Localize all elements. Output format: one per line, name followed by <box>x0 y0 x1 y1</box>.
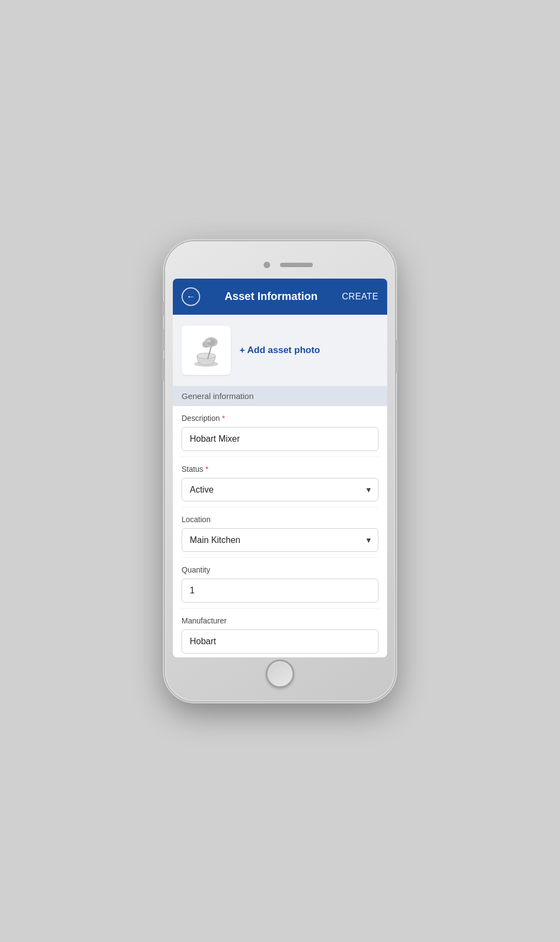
status-required-star: * <box>206 465 208 473</box>
location-select[interactable]: Main Kitchen Storage Back Kitchen <box>182 528 378 552</box>
page-title: Asset Information <box>200 290 342 303</box>
quantity-input[interactable] <box>182 579 378 603</box>
camera-icon <box>264 262 270 268</box>
general-info-section-header: General information <box>173 386 387 406</box>
svg-point-5 <box>197 353 215 359</box>
location-select-wrapper: Main Kitchen Storage Back Kitchen ▾ <box>182 528 378 552</box>
silent-button <box>162 302 165 315</box>
status-field: Status * Active Inactive Pending ▾ <box>182 457 378 507</box>
power-button <box>395 340 398 373</box>
description-required-star: * <box>222 414 225 423</box>
description-field: Description * <box>182 406 378 457</box>
quantity-field: Quantity <box>182 558 378 609</box>
create-button[interactable]: CREATE <box>342 292 378 302</box>
location-field: Location Main Kitchen Storage Back Kitch… <box>182 507 378 558</box>
asset-photo-box[interactable] <box>182 326 231 375</box>
manufacturer-input[interactable] <box>182 629 378 654</box>
location-label: Location <box>182 515 378 524</box>
form-section: Description * Status * Active Inactive <box>173 406 387 657</box>
home-button[interactable] <box>266 660 294 688</box>
manufacturer-label: Manufacturer <box>182 616 378 625</box>
manufacturer-field: Manufacturer <box>182 609 378 657</box>
content-area: + Add asset photo General information De… <box>173 315 387 657</box>
volume-up-button <box>162 329 165 351</box>
phone-frame: ← Asset Information CREATE <box>165 241 395 701</box>
phone-top <box>173 251 387 279</box>
speaker-icon <box>280 263 313 267</box>
quantity-label: Quantity <box>182 565 378 574</box>
phone-screen: ← Asset Information CREATE <box>173 279 387 657</box>
volume-down-button <box>162 359 165 381</box>
back-button[interactable]: ← <box>182 287 200 306</box>
back-arrow-icon: ← <box>186 292 195 301</box>
photo-section: + Add asset photo <box>173 315 387 386</box>
phone-bottom <box>173 657 387 690</box>
status-select[interactable]: Active Inactive Pending <box>182 478 378 501</box>
status-select-wrapper: Active Inactive Pending ▾ <box>182 478 378 501</box>
app-header: ← Asset Information CREATE <box>173 279 387 315</box>
description-input[interactable] <box>182 427 378 451</box>
add-photo-button[interactable]: + Add asset photo <box>240 345 320 356</box>
status-label: Status * <box>182 465 378 473</box>
description-label: Description * <box>182 414 378 423</box>
mixer-image <box>187 331 225 369</box>
